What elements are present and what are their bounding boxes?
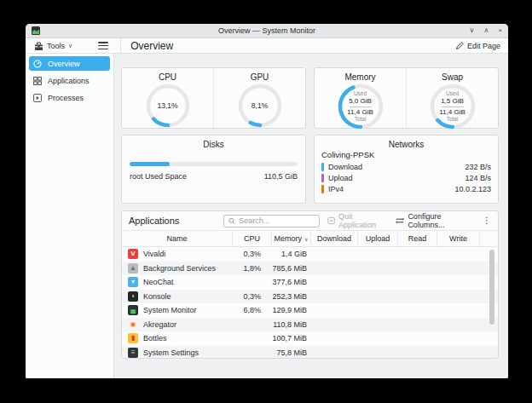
column-header-memory[interactable]: Memory ∨: [272, 231, 311, 246]
memory-used-label: Used: [354, 90, 367, 96]
column-header-gutter: [480, 231, 498, 246]
app-cpu: 1,8%: [233, 264, 272, 273]
search-icon: [228, 217, 235, 225]
disk-usage-fill: [130, 162, 170, 166]
tools-label: Tools: [47, 42, 65, 50]
cpu-percent: 13,1%: [157, 101, 177, 110]
swap-gauge-section: Swap Used 1,5 GiB 11,4: [406, 68, 498, 128]
network-upload-row: Upload 124 B/s: [321, 172, 491, 183]
swap-title: Swap: [442, 68, 463, 82]
ipv4-color-swatch: [321, 185, 324, 193]
toolbar: Tools ∨ Overview Edit Page: [26, 38, 508, 54]
table-scrollbar[interactable]: [489, 250, 494, 325]
app-name: Vivaldi: [143, 250, 165, 258]
ipv4-value: 10.0.2.123: [454, 185, 491, 193]
swap-used-label: Used: [446, 90, 459, 96]
disk-label: root Used Space: [130, 172, 187, 181]
titlebar[interactable]: Overview — System Monitor ∨ ∧ ×: [26, 24, 508, 38]
system-settings-app-icon: ≡: [128, 348, 138, 358]
app-memory: 110,8 MiB: [272, 320, 311, 329]
app-name: Background Services: [143, 264, 216, 273]
sidebar-item-label: Processes: [48, 94, 84, 102]
table-row-vivaldi[interactable]: VVivaldi 0,3% 1,4 GiB: [122, 247, 498, 262]
upload-color-swatch: [321, 174, 324, 182]
tools-menu-button[interactable]: Tools ∨: [26, 38, 78, 53]
configure-columns-label: Configure Columns...: [408, 212, 474, 229]
cpu-gauge: 13,1%: [146, 83, 190, 128]
swap-divider: [442, 107, 464, 107]
page-title: Overview: [130, 40, 173, 52]
akregator-app-icon: ◉: [128, 320, 138, 330]
table-header: Name CPU Memory ∨ Download Upload Read W…: [122, 230, 498, 247]
networks-card: Networks Coliving-PPSK Download 232 B/s …: [314, 135, 499, 204]
memory-title: Memory: [344, 68, 375, 82]
sidebar-item-applications[interactable]: Applications: [29, 73, 110, 88]
cpu-gauge-section: CPU 13,1%: [122, 68, 213, 128]
memory-swap-card: Memory Used 5,0 GiB 11,: [314, 67, 499, 129]
gpu-title: GPU: [251, 68, 269, 82]
disk-usage-bar: [130, 162, 298, 166]
column-header-name[interactable]: Name: [122, 231, 233, 246]
minimize-button[interactable]: ∨: [470, 27, 475, 34]
table-row-akregator[interactable]: ◉Akregator 110,8 MiB: [122, 318, 498, 332]
memory-divider: [350, 107, 372, 107]
system-monitor-window: Overview — System Monitor ∨ ∧ × Tools ∨: [26, 24, 508, 378]
table-row-bottles[interactable]: ▮Bottles 100,7 MiB: [122, 331, 498, 346]
maximize-button[interactable]: ∧: [483, 27, 489, 34]
konsole-app-icon: ›: [128, 291, 138, 302]
network-interface-name: Coliving-PPSK: [321, 150, 491, 159]
chevron-down-icon: ∨: [68, 43, 72, 49]
column-header-download[interactable]: Download: [311, 231, 358, 246]
networks-title: Networks: [315, 135, 498, 149]
sort-descending-icon: ∨: [304, 236, 308, 242]
configure-columns-button[interactable]: Configure Columns...: [396, 212, 474, 229]
ipv4-label: IPv4: [328, 185, 344, 193]
applications-table-body: VVivaldi 0,3% 1,4 GiB ▲Background Servic…: [122, 247, 498, 359]
app-name: Konsole: [143, 292, 171, 301]
app-memory: 377,6 MiB: [272, 278, 311, 286]
gauge-icon: [33, 60, 42, 68]
download-label: Download: [328, 163, 362, 171]
sidebar-item-processes[interactable]: Processes: [29, 90, 110, 105]
column-header-read[interactable]: Read: [398, 231, 437, 246]
table-row-konsole[interactable]: ›Konsole 0,3% 252,3 MiB: [122, 290, 498, 304]
column-header-cpu[interactable]: CPU: [233, 231, 272, 246]
edit-page-button[interactable]: Edit Page: [456, 42, 508, 50]
gpu-percent: 8,1%: [252, 101, 268, 110]
sidebar: Overview Applications: [26, 54, 114, 378]
configure-columns-icon: [396, 216, 404, 225]
table-row-system-settings[interactable]: ≡System Settings 75,8 MiB: [122, 346, 498, 360]
sidebar-item-label: Overview: [48, 60, 80, 68]
overflow-menu-icon[interactable]: ⋮: [481, 216, 493, 225]
app-cpu: 0,3%: [233, 292, 272, 301]
upload-label: Upload: [328, 174, 353, 182]
app-memory: 785,6 MiB: [272, 264, 311, 273]
column-header-upload[interactable]: Upload: [358, 231, 398, 246]
app-name: Bottles: [143, 334, 167, 343]
neochat-app-icon: ▾: [128, 277, 138, 287]
table-row-background-services[interactable]: ▲Background Services 1,8% 785,6 MiB: [122, 262, 498, 276]
disk-value: 110,5 GiB: [264, 172, 298, 181]
grid-icon: [33, 77, 42, 85]
hamburger-menu-icon[interactable]: [98, 42, 108, 49]
memory-total-label: Total: [355, 116, 367, 122]
system-monitor-row-icon: ▄: [128, 305, 138, 315]
table-row-neochat[interactable]: ▾NeoChat 377,6 MiB: [122, 275, 498, 290]
app-memory: 129,9 MiB: [272, 306, 311, 314]
column-header-write[interactable]: Write: [437, 231, 480, 246]
bottles-app-icon: ▮: [128, 333, 138, 343]
applications-title: Applications: [129, 216, 179, 226]
app-name: System Settings: [143, 348, 199, 357]
quit-application-button[interactable]: Quit Application: [327, 212, 388, 229]
applications-header: Applications: [122, 211, 498, 230]
table-row-system-monitor[interactable]: ▄System Monitor 6,8% 129,9 MiB: [122, 303, 498, 318]
app-name: Akregator: [143, 320, 176, 329]
app-memory: 252,3 MiB: [272, 292, 311, 301]
quit-application-icon: [327, 216, 335, 225]
pencil-icon: [456, 42, 464, 49]
search-box[interactable]: [223, 215, 319, 227]
sidebar-item-overview[interactable]: Overview: [29, 56, 110, 71]
search-input[interactable]: [239, 216, 314, 225]
swap-used-value: 1,5 GiB: [441, 97, 464, 106]
close-button[interactable]: ×: [498, 27, 502, 34]
